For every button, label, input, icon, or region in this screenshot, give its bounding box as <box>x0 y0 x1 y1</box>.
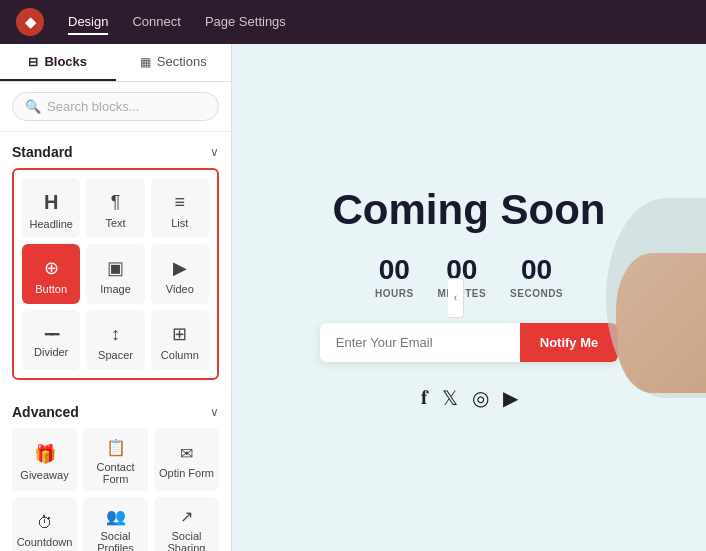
block-video[interactable]: ▶ Video <box>151 244 209 304</box>
block-countdown[interactable]: ⏱ Countdown <box>12 497 77 551</box>
optin-form-label: Optin Form <box>159 467 214 479</box>
standard-section: Standard ∨ H Headline ¶ Text ≡ List <box>0 132 231 392</box>
column-label: Column <box>161 349 199 361</box>
button-label: Button <box>35 283 67 295</box>
sections-tab-label: Sections <box>157 54 207 69</box>
spacer-icon: ↕ <box>111 324 120 345</box>
search-bar: 🔍 <box>0 82 231 132</box>
twitter-icon[interactable]: 𝕏 <box>442 386 458 410</box>
standard-blocks-box: H Headline ¶ Text ≡ List ⊕ Button <box>12 168 219 380</box>
instagram-icon[interactable]: ◎ <box>472 386 489 410</box>
block-image[interactable]: ▣ Image <box>86 244 144 304</box>
countdown-seconds: 00 SECONDS <box>510 254 563 299</box>
search-input[interactable] <box>47 99 215 114</box>
column-icon: ⊞ <box>172 323 187 345</box>
notify-button[interactable]: Notify Me <box>520 323 619 362</box>
block-list[interactable]: ≡ List <box>151 178 209 238</box>
social-sharing-icon: ↗ <box>180 507 193 526</box>
panel-tabs: ⊟ Blocks ▦ Sections <box>0 44 231 82</box>
blocks-tab-icon: ⊟ <box>28 55 38 69</box>
image-label: Image <box>100 283 131 295</box>
logo-icon: ◆ <box>25 14 36 30</box>
block-divider[interactable]: ━━ Divider <box>22 310 80 370</box>
block-social-profiles[interactable]: 👥 Social Profiles <box>83 497 148 551</box>
blocks-tab-label: Blocks <box>44 54 87 69</box>
social-profiles-icon: 👥 <box>106 507 126 526</box>
seconds-label: SECONDS <box>510 288 563 299</box>
standard-section-title: Standard <box>12 144 73 160</box>
block-social-sharing[interactable]: ↗ Social Sharing <box>154 497 219 551</box>
nav-tab-design[interactable]: Design <box>68 10 108 35</box>
contact-form-label: Contact Form <box>87 461 144 485</box>
countdown-hours: 00 HOURS <box>375 254 414 299</box>
hours-label: HOURS <box>375 288 414 299</box>
advanced-section-header[interactable]: Advanced ∨ <box>12 392 219 428</box>
content-area: Coming Soon 00 HOURS 00 MINUTES 00 SECON… <box>232 44 706 551</box>
coming-soon-title: Coming Soon <box>320 186 619 234</box>
standard-chevron-icon: ∨ <box>210 145 219 159</box>
app-logo: ◆ <box>16 8 44 36</box>
sections-tab-icon: ▦ <box>140 55 151 69</box>
divider-label: Divider <box>34 346 68 358</box>
search-icon: 🔍 <box>25 99 41 114</box>
social-profiles-label: Social Profiles <box>87 530 144 551</box>
list-label: List <box>171 217 188 229</box>
block-button[interactable]: ⊕ Button <box>22 244 80 304</box>
headline-label: Headline <box>29 218 72 230</box>
countdown-icon: ⏱ <box>37 514 53 532</box>
social-icons-row: 𝐟 𝕏 ◎ ▶ <box>320 386 619 410</box>
contact-form-icon: 📋 <box>106 438 126 457</box>
headline-icon: H <box>44 191 58 214</box>
email-input[interactable] <box>320 323 520 362</box>
block-column[interactable]: ⊞ Column <box>151 310 209 370</box>
optin-form-icon: ✉ <box>180 444 193 463</box>
hours-number: 00 <box>379 254 410 286</box>
nav-tab-connect[interactable]: Connect <box>132 10 180 35</box>
nav-tab-page-settings[interactable]: Page Settings <box>205 10 286 35</box>
giveaway-label: Giveaway <box>20 469 68 481</box>
main-layout: ⊟ Blocks ▦ Sections 🔍 Standard ∨ <box>0 44 706 551</box>
countdown-row: 00 HOURS 00 MINUTES 00 SECONDS <box>320 254 619 299</box>
advanced-chevron-icon: ∨ <box>210 405 219 419</box>
sidebar: ⊟ Blocks ▦ Sections 🔍 Standard ∨ <box>0 44 232 551</box>
block-spacer[interactable]: ↕ Spacer <box>86 310 144 370</box>
social-sharing-label: Social Sharing <box>158 530 215 551</box>
facebook-icon[interactable]: 𝐟 <box>421 386 428 410</box>
button-icon: ⊕ <box>44 257 59 279</box>
block-giveaway[interactable]: 🎁 Giveaway <box>12 428 77 491</box>
block-optin-form[interactable]: ✉ Optin Form <box>154 428 219 491</box>
standard-section-header[interactable]: Standard ∨ <box>12 132 219 168</box>
advanced-section-title: Advanced <box>12 404 79 420</box>
text-label: Text <box>105 217 125 229</box>
divider-icon: ━━ <box>45 326 57 342</box>
countdown-label: Countdown <box>17 536 73 548</box>
video-label: Video <box>166 283 194 295</box>
standard-blocks-grid: H Headline ¶ Text ≡ List ⊕ Button <box>22 178 209 370</box>
advanced-section: Advanced ∨ 🎁 Giveaway 📋 Contact Form ✉ O… <box>0 392 231 551</box>
youtube-icon[interactable]: ▶ <box>503 386 518 410</box>
decorative-hand <box>616 253 706 393</box>
text-icon: ¶ <box>111 192 121 213</box>
video-icon: ▶ <box>173 257 187 279</box>
tab-blocks[interactable]: ⊟ Blocks <box>0 44 116 81</box>
block-headline[interactable]: H Headline <box>22 178 80 238</box>
seconds-number: 00 <box>521 254 552 286</box>
block-contact-form[interactable]: 📋 Contact Form <box>83 428 148 491</box>
sidebar-toggle-button[interactable]: ‹ <box>448 278 464 318</box>
email-row: Notify Me <box>320 323 619 362</box>
block-text[interactable]: ¶ Text <box>86 178 144 238</box>
advanced-blocks-grid: 🎁 Giveaway 📋 Contact Form ✉ Optin Form ⏱… <box>12 428 219 551</box>
top-navigation: ◆ Design Connect Page Settings <box>0 0 706 44</box>
list-icon: ≡ <box>175 192 186 213</box>
image-icon: ▣ <box>107 257 124 279</box>
tab-sections[interactable]: ▦ Sections <box>116 44 232 81</box>
search-input-wrap: 🔍 <box>12 92 219 121</box>
giveaway-icon: 🎁 <box>34 443 56 465</box>
spacer-label: Spacer <box>98 349 133 361</box>
